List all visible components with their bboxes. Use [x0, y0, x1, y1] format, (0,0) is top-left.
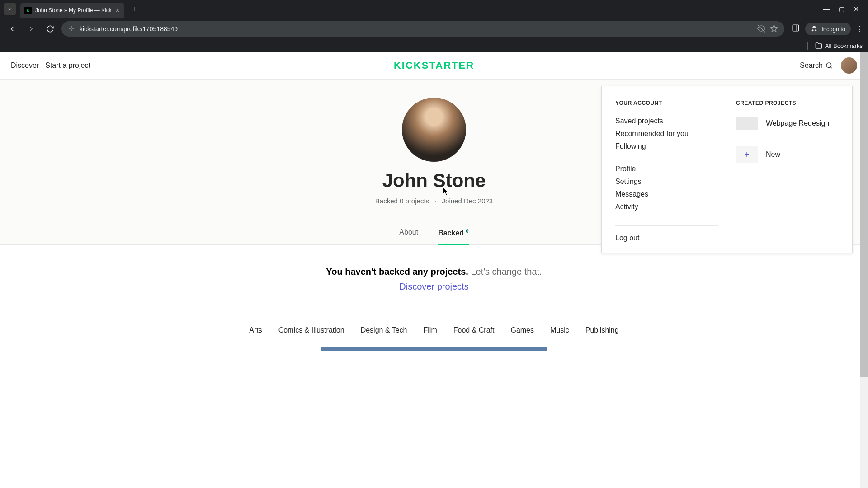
tab-backed-label: Backed: [438, 229, 464, 237]
created-projects-heading: CREATED PROJECTS: [736, 100, 839, 106]
start-project-link[interactable]: Start a project: [45, 61, 90, 70]
search-trigger[interactable]: Search: [800, 61, 833, 70]
search-icon: [826, 62, 833, 69]
folder-icon: [815, 42, 822, 49]
dropdown-account-column: YOUR ACCOUNT Saved projects Recommended …: [602, 86, 731, 253]
logout-link[interactable]: Log out: [615, 234, 718, 242]
tab-backed[interactable]: Backed 0: [438, 221, 469, 244]
incognito-label: Incognito: [821, 26, 845, 33]
bookmark-star-icon[interactable]: [770, 24, 778, 34]
scrollbar-thumb[interactable]: [860, 52, 868, 377]
account-links-group-2: Profile Settings Messages Activity: [615, 165, 718, 211]
header-nav-left: Discover Start a project: [11, 61, 90, 70]
footer-cat-film[interactable]: Film: [424, 326, 437, 334]
plus-icon: +: [736, 146, 758, 163]
your-account-heading: YOUR ACCOUNT: [615, 100, 718, 106]
new-tab-button[interactable]: +: [128, 3, 141, 15]
favicon-icon: K: [24, 7, 32, 14]
bookmarks-bar: All Bookmarks: [0, 40, 868, 52]
tab-backed-count: 0: [466, 228, 469, 234]
account-links-group-1: Saved projects Recommended for you Follo…: [615, 117, 718, 150]
profile-link[interactable]: Profile: [615, 165, 718, 173]
browser-tab[interactable]: K John Stone » My Profile — Kick ✕: [20, 3, 124, 18]
dropdown-projects-column: CREATED PROJECTS Webpage Redesign + New: [731, 86, 852, 253]
settings-link[interactable]: Settings: [615, 178, 718, 186]
project-name: Webpage Redesign: [766, 119, 829, 127]
minimize-button[interactable]: —: [823, 5, 830, 13]
tab-title: John Stone » My Profile — Kick: [35, 7, 112, 14]
projects-divider: [736, 138, 839, 138]
svg-line-6: [830, 67, 832, 68]
header-nav-right: Search: [800, 57, 857, 74]
discover-link[interactable]: Discover: [11, 61, 39, 70]
all-bookmarks-button[interactable]: All Bookmarks: [825, 42, 863, 49]
messages-link[interactable]: Messages: [615, 190, 718, 198]
kickstarter-logo[interactable]: KICKSTARTER: [394, 60, 474, 71]
empty-state: You haven't backed any projects. Let's c…: [0, 245, 868, 314]
empty-heading: You haven't backed any projects.: [326, 267, 468, 277]
profile-avatar: [402, 98, 466, 162]
browser-toolbar: kickstarter.com/profile/1705188549 Incog…: [0, 18, 868, 40]
footer-cat-arts[interactable]: Arts: [249, 326, 262, 334]
eye-off-icon[interactable]: [757, 24, 765, 34]
new-project-label: New: [766, 150, 780, 159]
back-button[interactable]: [5, 21, 20, 37]
dropdown-divider: [615, 225, 718, 226]
tab-search-button[interactable]: [4, 3, 16, 15]
tab-about[interactable]: About: [399, 221, 418, 244]
empty-subtext: Let's change that.: [471, 267, 542, 277]
account-avatar[interactable]: [841, 57, 857, 74]
meta-separator: ·: [434, 197, 436, 205]
url-text: kickstarter.com/profile/1705188549: [80, 25, 753, 33]
footer-cat-food[interactable]: Food & Craft: [453, 326, 495, 334]
activity-link[interactable]: Activity: [615, 203, 718, 211]
search-label: Search: [800, 61, 823, 70]
side-panel-icon[interactable]: [792, 24, 800, 34]
maximize-button[interactable]: ▢: [839, 5, 844, 13]
recommended-link[interactable]: Recommended for you: [615, 130, 718, 138]
project-thumbnail: [736, 117, 758, 130]
svg-marker-2: [771, 25, 778, 31]
browser-chrome: K John Stone » My Profile — Kick ✕ + — ▢…: [0, 0, 868, 52]
forward-button[interactable]: [24, 21, 39, 37]
address-bar[interactable]: kickstarter.com/profile/1705188549: [61, 21, 784, 37]
tab-close-button[interactable]: ✕: [115, 7, 120, 14]
footer-cat-design[interactable]: Design & Tech: [361, 326, 407, 334]
created-project-row[interactable]: Webpage Redesign: [736, 117, 839, 130]
site-info-icon[interactable]: [68, 25, 75, 33]
backed-count-text: Backed 0 projects: [375, 197, 429, 205]
page-content: Discover Start a project KICKSTARTER Sea…: [0, 52, 868, 488]
incognito-badge[interactable]: Incognito: [805, 23, 851, 35]
reload-button[interactable]: [42, 21, 58, 37]
toolbar-right: Incognito ⋮: [792, 23, 863, 35]
svg-rect-3: [793, 25, 799, 31]
tab-strip: K John Stone » My Profile — Kick ✕ + — ▢…: [0, 0, 868, 18]
footer-cat-music[interactable]: Music: [550, 326, 569, 334]
svg-point-0: [71, 28, 72, 29]
following-link[interactable]: Following: [615, 142, 718, 150]
discover-projects-link[interactable]: Discover projects: [9, 282, 859, 292]
cookie-banner-peek: [321, 347, 547, 351]
svg-point-5: [826, 63, 831, 68]
window-controls: — ▢ ✕: [823, 5, 864, 13]
saved-projects-link[interactable]: Saved projects: [615, 117, 718, 125]
account-dropdown: YOUR ACCOUNT Saved projects Recommended …: [601, 86, 853, 253]
close-window-button[interactable]: ✕: [854, 5, 859, 13]
chrome-menu-icon[interactable]: ⋮: [856, 25, 863, 33]
footer-cat-games[interactable]: Games: [510, 326, 534, 334]
site-header: Discover Start a project KICKSTARTER Sea…: [0, 52, 868, 80]
joined-text: Joined Dec 2023: [442, 197, 493, 205]
footer-cat-comics[interactable]: Comics & Illustration: [278, 326, 344, 334]
scrollbar[interactable]: [860, 52, 868, 488]
new-project-row[interactable]: + New: [736, 146, 839, 163]
footer-cat-publishing[interactable]: Publishing: [585, 326, 619, 334]
footer-categories: Arts Comics & Illustration Design & Tech…: [0, 314, 868, 347]
incognito-icon: [811, 25, 818, 33]
